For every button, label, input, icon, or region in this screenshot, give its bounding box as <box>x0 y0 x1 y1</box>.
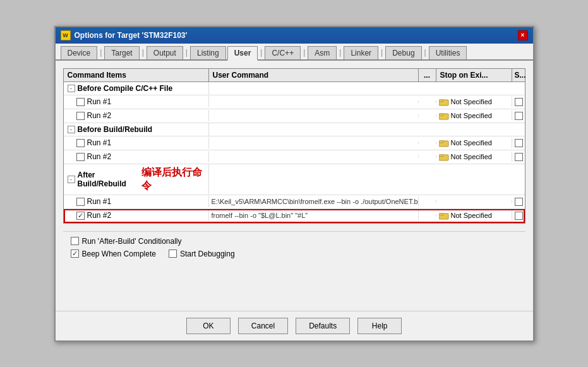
run-cmd-input[interactable] <box>209 155 419 158</box>
beep-checkbox[interactable] <box>71 250 79 258</box>
tab-debug[interactable]: Debug <box>385 46 421 59</box>
tab-device[interactable]: Device <box>61 46 98 59</box>
header-cmd-items: Command Items <box>64 69 209 81</box>
tab-target[interactable]: Target <box>104 46 139 59</box>
run-cmd-input[interactable] <box>209 114 419 117</box>
run-s-cell <box>512 152 525 162</box>
run-cmd-input[interactable] <box>209 100 419 103</box>
run-s-checkbox[interactable] <box>515 139 523 147</box>
run-s-checkbox[interactable] <box>515 153 523 161</box>
run-cmd-input[interactable] <box>209 141 419 144</box>
run-s-cell <box>512 138 525 148</box>
section-label-before-compile: - Before Compile C/C++ File <box>64 82 209 95</box>
separator: | <box>184 46 189 59</box>
header-user-cmd: User Command <box>209 69 419 81</box>
close-button[interactable]: × <box>518 30 528 40</box>
run-cmd-input[interactable]: fromelf --bin -o "$L@L.bin" "#L" <box>209 210 419 220</box>
defaults-button[interactable]: Defaults <box>296 318 350 334</box>
run-stop-cell: Not Specified <box>436 97 512 107</box>
run-label-cell: Run #2 <box>64 151 209 162</box>
run-label: Run #2 <box>87 152 112 161</box>
tab-listing[interactable]: Listing <box>190 46 226 59</box>
run-dots <box>419 214 436 217</box>
run-dots <box>419 114 436 117</box>
run-dots <box>419 100 436 103</box>
tab-user[interactable]: User <box>227 46 258 61</box>
not-specified-label: Not Specified <box>451 139 492 147</box>
run-s-cell <box>512 196 525 207</box>
beep-label: Beep When Complete <box>82 250 156 258</box>
folder-icon <box>439 98 449 105</box>
run-checkbox[interactable] <box>76 112 85 120</box>
annotation-label: 编译后执行命令 <box>141 166 205 193</box>
ok-button[interactable]: OK <box>186 318 231 334</box>
run-dots <box>419 155 436 158</box>
run-s-cell <box>512 97 525 107</box>
run-after-build-label: Run 'After-Build' Conditionally <box>82 237 182 246</box>
expand-before-compile[interactable]: - <box>68 85 75 92</box>
run-checkbox[interactable] <box>76 198 85 206</box>
run-checkbox[interactable] <box>76 153 85 161</box>
table-row: Run #2 Not Specified <box>64 150 525 164</box>
run-label: Run #1 <box>87 138 112 147</box>
option-row-2: Beep When Complete Start Debugging <box>71 250 518 258</box>
run-label: Run #2 <box>87 111 112 120</box>
run-s-checkbox[interactable] <box>515 112 523 120</box>
tab-cpp[interactable]: C/C++ <box>265 46 301 59</box>
run-s-cell <box>512 210 525 221</box>
table-header: Command Items User Command ... Stop on E… <box>64 69 525 82</box>
tab-asm[interactable]: Asm <box>308 46 337 59</box>
cancel-button[interactable]: Cancel <box>238 318 288 334</box>
main-content: Command Items User Command ... Stop on E… <box>56 61 533 311</box>
run-label-cell: Run #2 <box>64 110 209 121</box>
run-after-build-checkbox[interactable] <box>71 237 79 245</box>
folder-icon <box>439 212 449 219</box>
separator: | <box>302 46 306 59</box>
table-row: Run #1 Not Specified <box>64 95 525 109</box>
separator: | <box>423 46 428 59</box>
help-button[interactable]: Help <box>357 318 402 334</box>
table-row-run2-after-build: Run #2 fromelf --bin -o "$L@L.bin" "#L" … <box>64 209 525 223</box>
not-specified-label: Not Specified <box>451 153 492 160</box>
run-s-checkbox[interactable] <box>515 198 523 206</box>
table-row: Run #1 E:\Keil_v5\ARM\ARMCC\bin\fromelf.… <box>64 195 525 209</box>
header-stop: Stop on Exi... <box>436 69 512 81</box>
start-debug-label: Start Debugging <box>180 250 235 258</box>
tab-output[interactable]: Output <box>147 46 183 59</box>
run-s-checkbox[interactable] <box>515 212 523 220</box>
run-dots <box>419 141 436 144</box>
dialog-title: Options for Target 'STM32F103' <box>75 31 188 40</box>
run-dots <box>419 200 436 203</box>
separator: | <box>259 46 263 59</box>
folder-icon <box>439 153 449 160</box>
header-s: S... <box>512 69 525 81</box>
beep-option: Beep When Complete <box>71 250 156 258</box>
table-row: Run #1 Not Specified <box>64 136 525 150</box>
run-checkbox[interactable] <box>76 139 85 147</box>
section-title-before-compile: Before Compile C/C++ File <box>78 84 173 93</box>
run-cmd-input[interactable]: E:\Keil_v5\ARM\ARMCC\bin\fromelf.exe --b… <box>209 196 419 207</box>
expand-after-build[interactable]: - <box>68 176 75 183</box>
table-row: Run #2 Not Specified <box>64 109 525 123</box>
run-stop-cell: Not Specified <box>436 152 512 162</box>
tab-utilities[interactable]: Utilities <box>429 46 467 59</box>
run-label-cell: Run #2 <box>64 210 209 221</box>
run-checkbox[interactable] <box>76 98 85 106</box>
expand-before-build[interactable]: - <box>68 126 75 133</box>
run-s-checkbox[interactable] <box>515 98 523 106</box>
separator: | <box>338 46 342 59</box>
separator: | <box>99 46 103 59</box>
bottom-options: Run 'After-Build' Conditionally Beep Whe… <box>63 231 525 267</box>
svg-rect-7 <box>439 155 443 157</box>
run-checkbox-checked[interactable] <box>76 212 85 220</box>
run-label-cell: Run #1 <box>64 137 209 148</box>
not-specified-label: Not Specified <box>451 98 492 105</box>
title-bar-left: W Options for Target 'STM32F103' <box>61 30 188 40</box>
dialog: W Options for Target 'STM32F103' × Devic… <box>54 26 534 342</box>
option-row-1: Run 'After-Build' Conditionally <box>71 237 518 246</box>
start-debug-checkbox[interactable] <box>169 250 177 258</box>
tab-linker[interactable]: Linker <box>344 46 378 59</box>
run-stop-cell: Not Specified <box>436 210 512 220</box>
svg-rect-9 <box>439 214 443 215</box>
tabs-bar: Device | Target | Output | Listing User … <box>56 44 533 61</box>
